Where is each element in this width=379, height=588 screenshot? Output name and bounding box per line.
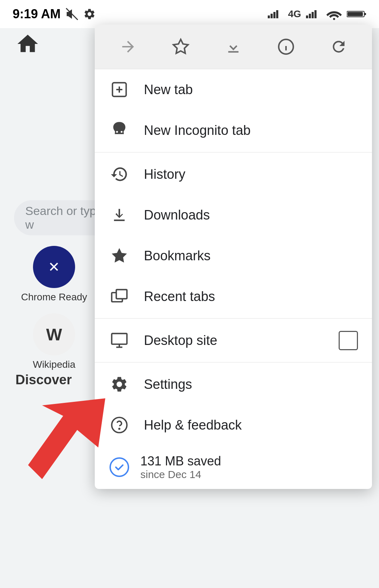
shortcut-chrome-ready[interactable]: ✕ Chrome Ready [21, 246, 87, 303]
info-button[interactable] [274, 34, 298, 59]
svg-point-21 [115, 130, 119, 133]
bookmarks-icon [109, 245, 130, 266]
help-item[interactable]: Help & feedback [95, 405, 372, 445]
svg-marker-14 [173, 39, 188, 53]
gear-icon [83, 8, 96, 20]
home-icon[interactable] [15, 32, 40, 56]
saved-amount: 131 MB saved [140, 454, 221, 469]
svg-rect-5 [306, 15, 308, 18]
shortcuts-area: ✕ Chrome Ready W Wikipedia [21, 246, 87, 370]
battery-icon [347, 9, 366, 19]
svg-rect-26 [112, 334, 127, 344]
wikipedia-label: Wikipedia [33, 359, 75, 370]
bookmarks-item[interactable]: Bookmarks [95, 235, 372, 276]
incognito-icon [109, 120, 130, 141]
signal-icon-2 [306, 8, 321, 20]
help-label: Help & feedback [144, 418, 358, 433]
svg-rect-1 [268, 15, 270, 18]
status-left: 9:19 AM [13, 7, 96, 21]
svg-rect-25 [116, 290, 127, 299]
svg-point-31 [110, 458, 128, 476]
history-label: History [144, 167, 358, 182]
signal-icon [268, 8, 283, 20]
svg-point-9 [333, 18, 335, 20]
desktop-site-item[interactable]: Desktop site [95, 320, 372, 361]
bookmark-button[interactable] [168, 34, 193, 59]
download-toolbar-button[interactable] [221, 34, 246, 59]
history-icon [109, 164, 130, 185]
saved-info[interactable]: 131 MB saved since Dec 14 [95, 445, 372, 489]
svg-point-30 [119, 429, 120, 429]
dropdown-menu: New tab New Incognito tab History Dow [95, 25, 372, 489]
home-icon-area [15, 32, 40, 56]
divider-2 [95, 318, 372, 319]
toolbar-row [95, 25, 372, 69]
divider-3 [95, 362, 372, 362]
recent-tabs-icon [109, 286, 130, 307]
red-arrow [7, 377, 112, 483]
svg-marker-23 [112, 248, 127, 262]
svg-rect-11 [364, 13, 366, 15]
new-tab-icon [109, 79, 130, 100]
desktop-icon [109, 330, 130, 351]
svg-rect-3 [273, 12, 275, 18]
downloads-item[interactable]: Downloads [95, 195, 372, 235]
desktop-site-checkbox[interactable] [339, 331, 358, 350]
status-time: 9:19 AM [13, 7, 61, 21]
svg-rect-4 [276, 10, 278, 18]
status-bar: 9:19 AM 4G [0, 0, 379, 28]
divider-1 [95, 152, 372, 152]
new-tab-label: New tab [144, 82, 358, 97]
settings-item[interactable]: Settings [95, 364, 372, 405]
wifi-icon [326, 8, 342, 20]
svg-rect-6 [309, 14, 311, 18]
svg-point-29 [112, 417, 127, 432]
svg-rect-12 [347, 12, 363, 16]
shortcut-wikipedia[interactable]: W Wikipedia [21, 313, 87, 370]
incognito-item[interactable]: New Incognito tab [95, 110, 372, 151]
new-tab-item[interactable]: New tab [95, 69, 372, 110]
recent-tabs-label: Recent tabs [144, 289, 358, 304]
status-right: 4G [268, 8, 366, 20]
svg-rect-2 [271, 14, 273, 18]
chrome-ready-icon: ✕ [33, 246, 75, 288]
history-item[interactable]: History [95, 154, 372, 195]
recent-tabs-item[interactable]: Recent tabs [95, 276, 372, 317]
svg-marker-13 [28, 398, 105, 479]
refresh-button[interactable] [326, 34, 351, 59]
saved-since: since Dec 14 [140, 469, 221, 481]
downloads-icon [109, 204, 130, 226]
chrome-ready-label: Chrome Ready [21, 292, 87, 303]
wikipedia-icon: W [33, 313, 75, 355]
mute-icon [66, 8, 78, 20]
svg-rect-8 [314, 10, 317, 18]
settings-label: Settings [144, 377, 358, 392]
desktop-site-label: Desktop site [144, 333, 325, 348]
svg-rect-7 [312, 12, 314, 18]
svg-point-22 [120, 130, 123, 133]
downloads-label: Downloads [144, 208, 358, 223]
incognito-label: New Incognito tab [144, 123, 358, 138]
network-type: 4G [288, 8, 301, 20]
forward-button[interactable] [116, 34, 140, 59]
bookmarks-label: Bookmarks [144, 248, 358, 263]
saved-text-block: 131 MB saved since Dec 14 [140, 454, 221, 481]
